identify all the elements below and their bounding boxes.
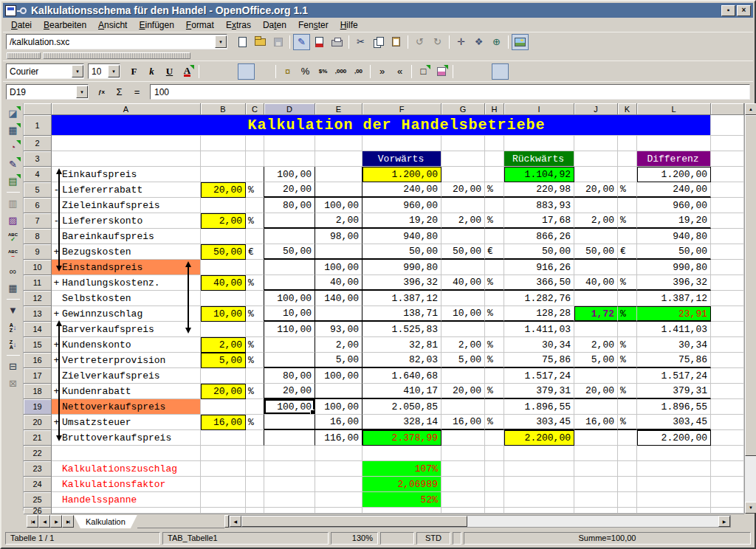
export-pdf-icon[interactable]	[311, 34, 328, 50]
cell-L4[interactable]: 1.200,00	[637, 167, 711, 182]
cell-F26[interactable]	[362, 508, 441, 514]
cell-L21[interactable]: 2.200,00	[637, 430, 711, 446]
cell-L11[interactable]: 396,32	[637, 275, 711, 291]
align-center-button[interactable]	[220, 63, 237, 80]
cell-E14[interactable]: 93,00	[315, 322, 362, 337]
row-header-4[interactable]: 4	[24, 167, 52, 182]
cell-B17[interactable]	[201, 368, 246, 384]
cell-C4[interactable]	[246, 167, 264, 182]
cell-C13[interactable]: %	[246, 306, 264, 322]
cell-E5[interactable]	[315, 182, 362, 198]
cell-K17[interactable]	[618, 368, 637, 384]
cell-A7[interactable]: -Liefererskonto	[52, 213, 201, 229]
cell-G3[interactable]	[441, 151, 485, 167]
status-sum[interactable]: Summe=100,00	[464, 532, 751, 545]
last-sheet-button[interactable]: ▶|	[62, 515, 74, 528]
cell-F17[interactable]: 1.640,68	[362, 368, 441, 384]
col-header-A[interactable]: A	[52, 103, 201, 115]
cell-F9[interactable]: 50,00	[362, 244, 441, 260]
cell-A8[interactable]: Bareinkaufspreis	[52, 229, 201, 244]
cell-E17[interactable]: 100,00	[315, 368, 362, 384]
toolbar-pin-handle[interactable]	[43, 52, 190, 59]
cell-E15[interactable]: 2,00	[315, 337, 362, 353]
cell-D15[interactable]	[264, 337, 315, 353]
cell-L3[interactable]: Differenz	[637, 151, 711, 167]
col-header-J[interactable]: J	[574, 103, 618, 115]
cell-H4[interactable]	[485, 167, 504, 182]
cell-K23[interactable]	[618, 461, 637, 477]
background-color-button[interactable]	[433, 63, 450, 80]
menu-fenster[interactable]: Fenster	[292, 18, 334, 32]
cell-I19[interactable]: 1.896,55	[504, 399, 574, 415]
cell-G24[interactable]	[441, 477, 485, 492]
cell-L16[interactable]: 75,86	[637, 353, 711, 368]
cell-D11[interactable]	[264, 275, 315, 291]
row-header-11[interactable]: 11	[24, 275, 52, 291]
cell-E8[interactable]: 98,00	[315, 229, 362, 244]
vertical-scrollbar[interactable]: ▲ ▼	[744, 103, 756, 514]
cell-L19[interactable]: 1.896,55	[637, 399, 711, 415]
cell-D4[interactable]: 100,00	[264, 167, 315, 182]
cell-F7[interactable]: 19,20	[362, 213, 441, 229]
cell-B4[interactable]	[201, 167, 246, 182]
cell-K25[interactable]	[618, 492, 637, 508]
cell-K3[interactable]	[618, 151, 637, 167]
col-header-B[interactable]: B	[201, 103, 246, 115]
cell-G22[interactable]	[441, 446, 485, 461]
cell-G14[interactable]	[441, 322, 485, 337]
cell-I2[interactable]	[504, 136, 574, 151]
cell-K16[interactable]: %	[618, 353, 637, 368]
cell-A4[interactable]: Einkaufspreis	[52, 167, 201, 182]
document-url-combobox[interactable]: /kalkulation.sxc ▼	[6, 34, 227, 49]
cell-K7[interactable]: %	[618, 213, 637, 229]
cell-H18[interactable]: %	[485, 384, 504, 399]
italic-button[interactable]: k	[143, 63, 160, 80]
cell-A23[interactable]: Kalkulationszuschlag	[52, 461, 201, 477]
cell-J2[interactable]	[574, 136, 618, 151]
cell-H9[interactable]: €	[485, 244, 504, 260]
row-header-8[interactable]: 8	[24, 229, 52, 244]
cell-K5[interactable]: %	[618, 182, 637, 198]
cell-D10[interactable]	[264, 260, 315, 275]
cell-H8[interactable]	[485, 229, 504, 244]
edit-file-icon[interactable]: ✎	[293, 34, 310, 50]
cell-C17[interactable]	[246, 368, 264, 384]
cell-J8[interactable]	[574, 229, 618, 244]
cell-H24[interactable]	[485, 477, 504, 492]
select-all-corner[interactable]	[24, 103, 52, 115]
menu-format[interactable]: Format	[180, 18, 220, 32]
row-header-15[interactable]: 15	[24, 337, 52, 353]
cell-G17[interactable]	[441, 368, 485, 384]
cell-C24[interactable]	[246, 477, 264, 492]
cell-L22[interactable]	[637, 446, 711, 461]
themes-icon[interactable]: ▨	[4, 212, 22, 229]
cell-G4[interactable]	[441, 167, 485, 182]
open-icon[interactable]	[252, 34, 269, 50]
cell-L2[interactable]	[637, 136, 711, 151]
menu-bearbeiten[interactable]: Bearbeiten	[38, 18, 92, 32]
sort-descending-icon[interactable]: ZA↓	[4, 336, 22, 353]
cell-J14[interactable]	[574, 322, 618, 337]
cell-B5[interactable]: 20,00	[201, 182, 246, 198]
cell-J22[interactable]	[574, 446, 618, 461]
status-selection-mode[interactable]: STD	[416, 532, 450, 545]
row-header-13[interactable]: 13	[24, 306, 52, 322]
row-header-6[interactable]: 6	[24, 198, 52, 213]
cell-A12[interactable]: Selbstkosten	[52, 291, 201, 306]
align-center-vertical-button[interactable]	[474, 63, 491, 80]
cell-B16[interactable]: 5,00	[201, 353, 246, 368]
cell-H16[interactable]: %	[485, 353, 504, 368]
col-header-I[interactable]: I	[504, 103, 574, 115]
cell-D20[interactable]	[264, 415, 315, 430]
menu-ansicht[interactable]: Ansicht	[92, 18, 133, 32]
cell-E16[interactable]: 5,00	[315, 353, 362, 368]
cell-H10[interactable]	[485, 260, 504, 275]
cell-C14[interactable]	[246, 322, 264, 337]
cell-G2[interactable]	[441, 136, 485, 151]
next-sheet-button[interactable]: ▶	[50, 515, 62, 528]
cell-E10[interactable]: 100,00	[315, 260, 362, 275]
cell-L7[interactable]: 19,20	[637, 213, 711, 229]
cell-F19[interactable]: 2.050,85	[362, 399, 441, 415]
cell-H6[interactable]	[485, 198, 504, 213]
cell-B22[interactable]	[201, 446, 246, 461]
